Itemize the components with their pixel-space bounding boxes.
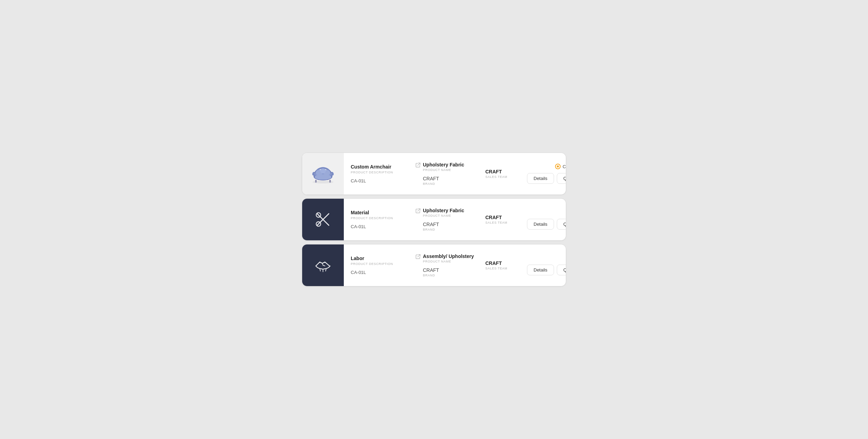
fabric-brand-label-1: BRAND bbox=[423, 182, 485, 186]
card-body-1: Custom Armchair PRODUCT DESCRIPTION CA-0… bbox=[344, 156, 566, 191]
fabric-name-label-3: PRODUCT NAME bbox=[423, 260, 485, 263]
cards-list: Custom Armchair PRODUCT DESCRIPTION CA-0… bbox=[302, 153, 566, 286]
team-name-2: CRAFT bbox=[485, 215, 527, 220]
col-product-2: Material PRODUCT DESCRIPTION CA-01L bbox=[351, 210, 413, 229]
svg-point-7 bbox=[320, 169, 326, 173]
team-name-3: CRAFT bbox=[485, 260, 527, 266]
product-description-label-1: PRODUCT DESCRIPTION bbox=[351, 171, 413, 174]
col-fabric-2: Upholstery Fabric PRODUCT NAME CRAFT BRA… bbox=[423, 208, 485, 231]
col-team-2: CRAFT SALES TEAM bbox=[485, 215, 527, 224]
product-description-label-3: PRODUCT DESCRIPTION bbox=[351, 262, 413, 266]
fabric-brand-3: CRAFT bbox=[423, 267, 485, 273]
card-body-2: Material PRODUCT DESCRIPTION CA-01L Upho… bbox=[344, 202, 566, 237]
svg-line-15 bbox=[418, 255, 420, 257]
quote-button-2[interactable]: Quote bbox=[557, 219, 566, 230]
details-button-1[interactable]: Details bbox=[527, 173, 554, 184]
svg-line-9 bbox=[418, 163, 420, 165]
fabric-name-2: Upholstery Fabric bbox=[423, 208, 485, 213]
external-link-icon-2[interactable] bbox=[413, 208, 423, 213]
product-description-label-2: PRODUCT DESCRIPTION bbox=[351, 216, 413, 220]
svg-line-14 bbox=[418, 209, 420, 211]
col-fabric-1: Upholstery Fabric PRODUCT NAME CRAFT BRA… bbox=[423, 162, 485, 186]
action-buttons-3: Details Quote ⋯ bbox=[527, 264, 566, 275]
col-product-3: Labor PRODUCT DESCRIPTION CA-01L bbox=[351, 256, 413, 275]
details-button-3[interactable]: Details bbox=[527, 265, 554, 275]
product-code-2: CA-01L bbox=[351, 224, 413, 229]
col-team-1: CRAFT SALES TEAM bbox=[485, 169, 527, 179]
svg-rect-2 bbox=[329, 180, 331, 183]
product-card-1: Custom Armchair PRODUCT DESCRIPTION CA-0… bbox=[302, 153, 566, 195]
external-link-icon-1[interactable] bbox=[413, 163, 423, 167]
fabric-name-label-1: PRODUCT NAME bbox=[423, 168, 485, 172]
fabric-name-1: Upholstery Fabric bbox=[423, 162, 485, 167]
fabric-brand-label-3: BRAND bbox=[423, 274, 485, 277]
col-product-1: Custom Armchair PRODUCT DESCRIPTION CA-0… bbox=[351, 164, 413, 183]
fabric-name-label-2: PRODUCT NAME bbox=[423, 214, 485, 217]
product-code-1: CA-01L bbox=[351, 178, 413, 183]
team-name-1: CRAFT bbox=[485, 169, 527, 174]
details-button-2[interactable]: Details bbox=[527, 219, 554, 230]
product-card-2: Material PRODUCT DESCRIPTION CA-01L Upho… bbox=[302, 199, 566, 240]
fabric-brand-label-2: BRAND bbox=[423, 228, 485, 231]
card-image-2 bbox=[302, 199, 344, 240]
col-team-3: CRAFT SALES TEAM bbox=[485, 260, 527, 270]
status-text-1: Client Review bbox=[563, 164, 566, 169]
quote-button-1[interactable]: Quote bbox=[557, 173, 566, 184]
product-name-2: Material bbox=[351, 210, 413, 215]
product-name-1: Custom Armchair bbox=[351, 164, 413, 170]
card-image-3 bbox=[302, 244, 344, 286]
card-image-1 bbox=[302, 153, 344, 195]
card-body-3: Labor PRODUCT DESCRIPTION CA-01L Assembl… bbox=[344, 248, 566, 283]
col-fabric-3: Assembly/ Upholstery PRODUCT NAME CRAFT … bbox=[423, 253, 485, 277]
product-card-3: Labor PRODUCT DESCRIPTION CA-01L Assembl… bbox=[302, 244, 566, 286]
product-code-3: CA-01L bbox=[351, 270, 413, 275]
fabric-brand-1: CRAFT bbox=[423, 176, 485, 181]
fabric-brand-2: CRAFT bbox=[423, 222, 485, 227]
col-actions-2: Hidden ⌄ Details Quote ⋯ bbox=[527, 209, 566, 230]
svg-rect-1 bbox=[315, 180, 317, 183]
product-name-3: Labor bbox=[351, 256, 413, 261]
fabric-name-3: Assembly/ Upholstery bbox=[423, 253, 485, 259]
quote-button-3[interactable]: Quote bbox=[557, 265, 566, 275]
action-buttons-2: Details Quote ⋯ bbox=[527, 218, 566, 230]
svg-point-8 bbox=[315, 174, 331, 180]
status-badge-1[interactable]: Client Review ⌄ bbox=[555, 164, 566, 169]
col-actions-1: Client Review ⌄ Details Quote ⋯ bbox=[527, 164, 566, 184]
team-label-3: SALES TEAM bbox=[485, 267, 527, 270]
team-label-2: SALES TEAM bbox=[485, 221, 527, 224]
status-dot-orange bbox=[555, 164, 561, 169]
external-link-icon-3[interactable] bbox=[413, 254, 423, 259]
col-actions-3: Hidden ⌄ Details Quote ⋯ bbox=[527, 255, 566, 275]
action-buttons-1: Details Quote ⋯ bbox=[527, 173, 566, 184]
team-label-1: SALES TEAM bbox=[485, 175, 527, 179]
